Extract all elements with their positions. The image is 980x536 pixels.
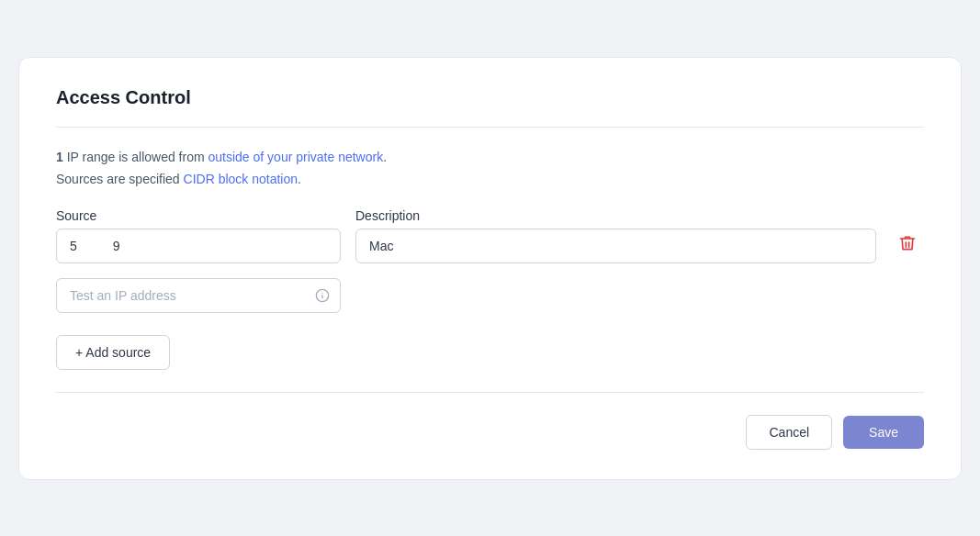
outside-link[interactable]: outside of your private network xyxy=(208,150,384,164)
test-ip-input[interactable] xyxy=(56,278,341,313)
test-ip-container xyxy=(56,278,341,313)
bottom-divider xyxy=(56,392,924,393)
cidr-link[interactable]: CIDR block notation xyxy=(184,172,299,186)
description-field-group: Description xyxy=(355,208,876,263)
sources-info: Sources are specified CIDR block notatio… xyxy=(56,172,924,186)
ip-range-count: 1 xyxy=(56,150,63,164)
access-control-card: Access Control 1 IP range is allowed fro… xyxy=(18,57,962,480)
trash-icon xyxy=(898,234,917,252)
add-source-label: + Add source xyxy=(75,345,151,360)
ip-range-info: 1 IP range is allowed from outside of yo… xyxy=(56,150,924,164)
source-row: Source Description xyxy=(56,208,924,263)
description-input[interactable] xyxy=(355,229,876,263)
delete-row-button[interactable] xyxy=(891,227,924,260)
source-field-group: Source xyxy=(56,208,341,263)
page-title: Access Control xyxy=(56,87,924,108)
top-divider xyxy=(56,127,924,128)
description-label: Description xyxy=(355,208,876,223)
info-icon xyxy=(315,288,330,303)
sources-text: Sources are specified xyxy=(56,172,184,186)
source-input[interactable] xyxy=(56,229,341,263)
footer-actions: Cancel Save xyxy=(56,415,924,450)
source-label: Source xyxy=(56,208,341,223)
cancel-button[interactable]: Cancel xyxy=(746,415,832,450)
save-button[interactable]: Save xyxy=(843,416,924,449)
ip-range-text: IP range is allowed from xyxy=(63,150,208,164)
add-source-button[interactable]: + Add source xyxy=(56,335,170,370)
